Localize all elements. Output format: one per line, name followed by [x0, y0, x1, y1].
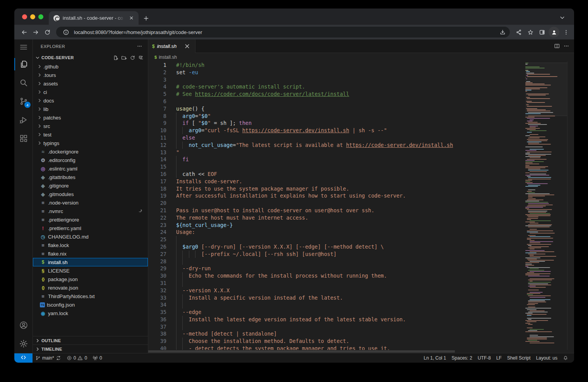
tree-item-lib[interactable]: lib: [33, 105, 148, 113]
code-line-7[interactable]: 7usage() {: [148, 105, 524, 113]
code-line-3[interactable]: 3: [148, 76, 524, 84]
code-line-29[interactable]: 29--dry-run: [148, 265, 524, 272]
remote-indicator[interactable]: [14, 353, 33, 363]
status-indentation[interactable]: Spaces: 2: [449, 353, 475, 363]
browser-menu-icon[interactable]: [561, 27, 571, 37]
new-tab-button[interactable]: [141, 13, 151, 23]
code-line-8[interactable]: 8arg0="$0": [148, 113, 524, 120]
profile-avatar[interactable]: [549, 27, 559, 38]
tree-item-renovate.json[interactable]: {}renovate.json: [33, 283, 148, 292]
tree-item-.prettierrc.yaml[interactable]: !.prettierrc.yaml: [33, 224, 148, 232]
download-icon[interactable]: [497, 27, 507, 37]
code-editor[interactable]: 1#!/bin/sh2set -eu34# code-server's auto…: [148, 61, 574, 350]
activity-bar-extensions[interactable]: [14, 129, 33, 148]
code-line-4[interactable]: 4# code-server's automatic install scrip…: [148, 83, 524, 90]
activity-bar-source-control[interactable]: 4: [14, 92, 33, 111]
reload-button[interactable]: [42, 27, 52, 37]
code-line-5[interactable]: 5# See https://coder.com/docs/code-serve…: [148, 90, 524, 98]
code-line-30[interactable]: 30Echo the commands for the install proc…: [148, 272, 524, 280]
code-line-11[interactable]: 11else: [148, 134, 524, 142]
share-icon[interactable]: [514, 27, 524, 37]
bookmark-star-icon[interactable]: [525, 27, 535, 37]
code-line-18[interactable]: 18It tries to use the system package man…: [148, 185, 524, 193]
refresh-explorer-button[interactable]: [129, 54, 136, 61]
code-line-26[interactable]: 26$arg0 [--dry-run] [--version X.X.X] [-…: [148, 243, 524, 251]
code-line-1[interactable]: 1#!/bin/sh: [148, 61, 524, 69]
tree-item-install.sh[interactable]: $install.sh: [33, 258, 148, 266]
activity-bar-menu[interactable]: [14, 39, 33, 55]
collapse-folders-button[interactable]: [137, 54, 145, 61]
close-editor-tab-icon[interactable]: [182, 41, 192, 51]
code-line-28[interactable]: 28: [148, 258, 524, 265]
url-bar[interactable]: localhost:8080/?folder=/home/jothiprasat…: [56, 27, 510, 38]
section-timeline[interactable]: TIMELINE: [33, 344, 148, 353]
code-line-13[interactable]: 13": [148, 149, 524, 156]
tree-item-ThirdPartyNotices.txt[interactable]: ≡ThirdPartyNotices.txt: [33, 292, 148, 300]
tab-search-chevron-icon[interactable]: [557, 12, 567, 22]
tree-item-patches[interactable]: patches: [33, 113, 148, 122]
code-line-12[interactable]: 12not_curl_usage="The latest script is a…: [148, 142, 524, 149]
tree-item-test[interactable]: test: [33, 130, 148, 139]
tree-item-.node-version[interactable]: ≡.node-version: [33, 198, 148, 207]
status-eol[interactable]: LF: [494, 353, 504, 363]
activity-bar-run-debug[interactable]: [14, 111, 33, 129]
overview-ruler[interactable]: [567, 61, 574, 350]
code-line-35[interactable]: 35--edge: [148, 309, 524, 316]
site-info-icon[interactable]: [61, 27, 71, 37]
code-line-24[interactable]: 24Usage:: [148, 229, 524, 236]
code-lines[interactable]: 1#!/bin/sh2set -eu34# code-server's auto…: [148, 61, 524, 350]
tree-item-CHANGELOG.md[interactable]: ◷CHANGELOG.md: [33, 232, 148, 241]
editor-more-actions-icon[interactable]: [562, 42, 570, 50]
code-line-9[interactable]: 9if [ "$0" = sh ]; then: [148, 119, 524, 127]
code-line-37[interactable]: 37: [148, 323, 524, 331]
tree-item-.tours[interactable]: .tours: [33, 71, 148, 79]
status-problems[interactable]: 00: [64, 353, 90, 363]
code-line-22[interactable]: 22The remote host must have internet acc…: [148, 214, 524, 222]
activity-bar-settings[interactable]: [14, 334, 33, 353]
status-keyboard-layout[interactable]: Layout: us: [533, 353, 560, 363]
breadcrumb[interactable]: $ install.sh: [148, 53, 574, 61]
forward-button[interactable]: [31, 27, 41, 37]
new-file-button[interactable]: [111, 54, 119, 61]
code-line-36[interactable]: 36Install the latest edge version instea…: [148, 316, 524, 323]
tree-item-.eslintrc.yaml[interactable]: ◎.eslintrc.yaml: [33, 164, 148, 173]
status-git-branch[interactable]: main*: [33, 353, 64, 363]
tree-item-docs[interactable]: docs: [33, 96, 148, 105]
tree-item-yarn.lock[interactable]: ◉yarn.lock: [33, 309, 148, 317]
code-line-31[interactable]: 31: [148, 280, 524, 287]
code-line-17[interactable]: 17Installs code-server.: [148, 178, 524, 185]
code-line-15[interactable]: 15: [148, 163, 524, 171]
status-cursor-position[interactable]: Ln 1, Col 1: [421, 353, 449, 363]
tree-item-.gitignore[interactable]: ◆.gitignore: [33, 181, 148, 190]
code-line-32[interactable]: 32--version X.X.X: [148, 287, 524, 294]
tree-item-package.json[interactable]: {}package.json: [33, 275, 148, 283]
code-line-39[interactable]: 39Choose the installation method. Defaul…: [148, 338, 524, 345]
side-panel-icon[interactable]: [537, 27, 547, 37]
activity-bar-account[interactable]: [14, 316, 33, 334]
code-line-20[interactable]: 20: [148, 200, 524, 207]
workspace-section-header[interactable]: CODE-SERVER: [33, 53, 148, 62]
code-line-27[interactable]: 27[--prefix ~/.local] [--rsh ssh] [user@…: [148, 251, 524, 258]
section-outline[interactable]: OUTLINE: [33, 336, 148, 344]
code-line-23[interactable]: 23${not_curl_usage-}: [148, 222, 524, 229]
code-line-19[interactable]: 19After successful installation it expla…: [148, 192, 524, 200]
code-line-6[interactable]: 6: [148, 98, 524, 105]
activity-bar-explorer[interactable]: [14, 55, 33, 73]
tree-item-flake.lock[interactable]: ≡flake.lock: [33, 241, 148, 249]
tree-item-.dockerignore[interactable]: ≈.dockerignore: [33, 147, 148, 156]
code-line-38[interactable]: 38--method [detect | standalone]: [148, 330, 524, 338]
tree-item-.nvmrc[interactable]: ≡.nvmrc: [33, 207, 148, 215]
tree-item-typings[interactable]: typings: [33, 139, 148, 147]
tree-item-src[interactable]: src: [33, 122, 148, 130]
horizontal-scrollbar[interactable]: [148, 350, 574, 353]
status-encoding[interactable]: UTF-8: [475, 353, 494, 363]
code-line-34[interactable]: 34: [148, 301, 524, 309]
code-line-25[interactable]: 25: [148, 236, 524, 243]
zoom-window-button[interactable]: [38, 14, 43, 19]
status-ports[interactable]: 0: [90, 353, 105, 363]
tree-item-.gitattributes[interactable]: ◆.gitattributes: [33, 173, 148, 181]
editor-tab-install-sh[interactable]: $ install.sh: [148, 39, 195, 53]
minimap[interactable]: [525, 63, 567, 350]
code-line-10[interactable]: 10arg0="curl -fsSL https://code-server.d…: [148, 127, 524, 134]
tree-item-.editorconfig[interactable]: ⚙.editorconfig: [33, 156, 148, 164]
